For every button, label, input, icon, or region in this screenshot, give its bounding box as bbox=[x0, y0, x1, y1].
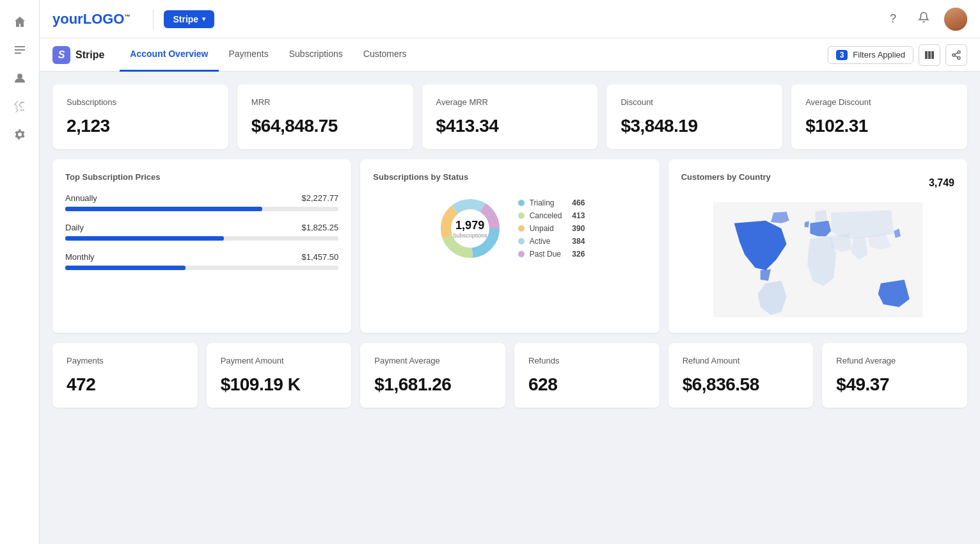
share-icon-button[interactable] bbox=[945, 44, 967, 66]
legend-past-due-label: Past Due bbox=[530, 250, 561, 259]
donut-legend: Trialing 466 Canceled 413 Unpaid 390 bbox=[518, 198, 585, 259]
metric-payments-value: 472 bbox=[67, 374, 184, 395]
donut-center: 1,979 Subscriptions bbox=[453, 219, 487, 239]
dashboard: Subscriptions 2,123 MRR $64,848.75 Avera… bbox=[40, 72, 980, 544]
bar-daily-value: $1,825.25 bbox=[301, 223, 338, 232]
europe bbox=[810, 221, 831, 237]
svg-rect-0 bbox=[15, 46, 25, 47]
legend-active-dot bbox=[518, 238, 525, 244]
metric-payments: Payments 472 bbox=[52, 343, 198, 408]
top-subscription-prices-title: Top Subscription Prices bbox=[65, 172, 338, 182]
donut-center-number: 1,979 bbox=[453, 219, 487, 232]
metric-payment-average: Payment Average $1,681.26 bbox=[360, 343, 505, 408]
tab-payments[interactable]: Payments bbox=[219, 38, 279, 72]
legend-trialing-count: 466 bbox=[567, 198, 585, 207]
metric-refund-average-value: $49.37 bbox=[836, 374, 953, 395]
donut-center-label: Subscriptions bbox=[453, 232, 487, 239]
metric-subscriptions-label: Subscriptions bbox=[67, 97, 214, 107]
metric-avg-discount-value: $102.31 bbox=[805, 116, 953, 136]
navtabs-right: 3 Filters Applied bbox=[828, 44, 967, 66]
legend-trialing-dot bbox=[518, 200, 525, 206]
chevron-down-icon: ▾ bbox=[202, 15, 205, 22]
legend-unpaid: Unpaid 390 bbox=[518, 224, 585, 233]
sidebar-customers-icon[interactable] bbox=[0, 64, 39, 92]
legend-past-due-dot bbox=[518, 251, 525, 257]
svg-rect-6 bbox=[931, 51, 934, 59]
bottom-row: Payments 472 Payment Amount $109.19 K Pa… bbox=[52, 343, 967, 408]
metric-avg-mrr-value: $413.34 bbox=[436, 116, 584, 136]
sidebar bbox=[0, 0, 40, 544]
metric-payments-label: Payments bbox=[67, 356, 184, 365]
legend-canceled-dot bbox=[518, 212, 525, 219]
help-button[interactable]: ? bbox=[883, 9, 903, 29]
bar-annually-fill bbox=[65, 207, 262, 211]
metric-avg-mrr-label: Average MRR bbox=[436, 97, 584, 107]
bar-daily-label: Daily bbox=[65, 223, 84, 232]
metric-refund-average-label: Refund Average bbox=[836, 356, 953, 365]
bar-daily-track bbox=[65, 236, 338, 241]
legend-past-due-count: 326 bbox=[567, 250, 585, 259]
svg-point-9 bbox=[958, 56, 960, 59]
metric-refund-amount-value: $6,836.58 bbox=[683, 374, 800, 395]
bar-monthly-label: Monthly bbox=[65, 252, 95, 262]
bar-monthly-value: $1,457.50 bbox=[301, 252, 338, 262]
metric-refund-amount: Refund Amount $6,836.58 bbox=[668, 343, 814, 408]
svg-rect-5 bbox=[928, 51, 931, 59]
help-icon: ? bbox=[890, 12, 896, 26]
legend-trialing-label: Trialing bbox=[530, 198, 555, 207]
columns-icon-button[interactable] bbox=[919, 44, 940, 66]
stripe-button-label: Stripe bbox=[173, 14, 198, 24]
greenland bbox=[771, 212, 789, 223]
metric-avg-mrr: Average MRR $413.34 bbox=[422, 84, 598, 149]
legend-unpaid-label: Unpaid bbox=[530, 224, 554, 233]
metric-discount-value: $3,848.19 bbox=[620, 116, 768, 136]
customers-by-country-count: 3,749 bbox=[929, 177, 954, 189]
filters-button[interactable]: 3 Filters Applied bbox=[828, 46, 913, 64]
svg-rect-1 bbox=[15, 49, 25, 51]
logo-text: yourLOGO™ bbox=[52, 11, 130, 28]
metric-discount: Discount $3,848.19 bbox=[606, 84, 782, 149]
metric-payment-average-label: Payment Average bbox=[374, 356, 491, 365]
legend-canceled-label: Canceled bbox=[530, 211, 562, 220]
logo-text-bold: LOGO bbox=[83, 11, 125, 27]
metric-subscriptions-value: 2,123 bbox=[67, 116, 214, 136]
bar-monthly: Monthly $1,457.50 bbox=[65, 252, 338, 270]
stripe-dropdown-button[interactable]: Stripe ▾ bbox=[164, 10, 214, 28]
bar-daily: Daily $1,825.25 bbox=[65, 223, 338, 241]
subscriptions-by-status-card: Subscriptions by Status bbox=[360, 159, 659, 333]
legend-active-label: Active bbox=[530, 237, 551, 246]
notifications-button[interactable] bbox=[913, 9, 934, 29]
svg-point-7 bbox=[958, 51, 960, 53]
top-subscription-prices-card: Top Subscription Prices Annually $2,227.… bbox=[52, 159, 351, 333]
sidebar-integrations-icon[interactable] bbox=[0, 92, 39, 120]
stripe-s-logo: S bbox=[52, 46, 70, 64]
svg-rect-2 bbox=[15, 52, 21, 54]
legend-unpaid-dot bbox=[518, 225, 525, 232]
metric-payment-amount: Payment Amount $109.19 K bbox=[207, 343, 352, 408]
metric-mrr: MRR $64,848.75 bbox=[237, 84, 413, 149]
tab-account-overview[interactable]: Account Overview bbox=[120, 38, 218, 72]
legend-active-count: 384 bbox=[567, 237, 585, 246]
subscriptions-by-status-title: Subscriptions by Status bbox=[373, 172, 646, 182]
bar-annually: Annually $2,227.77 bbox=[65, 193, 338, 211]
app-logo: yourLOGO™ bbox=[52, 11, 130, 28]
svg-point-8 bbox=[952, 54, 955, 56]
tab-customers[interactable]: Customers bbox=[353, 38, 417, 72]
avatar-image bbox=[944, 8, 967, 31]
scandinavia bbox=[815, 210, 827, 222]
svg-line-11 bbox=[955, 52, 958, 54]
legend-active: Active 384 bbox=[518, 237, 585, 246]
world-map-svg bbox=[681, 202, 954, 317]
svg-rect-4 bbox=[925, 51, 928, 59]
metric-discount-label: Discount bbox=[620, 97, 768, 107]
sidebar-home-icon[interactable] bbox=[0, 8, 39, 36]
sidebar-reports-icon[interactable] bbox=[0, 36, 39, 64]
topbar-divider bbox=[153, 10, 154, 29]
nav-tabs: S Stripe Account Overview Payments Subsc… bbox=[40, 38, 980, 72]
legend-trialing: Trialing 466 bbox=[518, 198, 585, 207]
tab-subscriptions[interactable]: Subscriptions bbox=[279, 38, 353, 72]
sidebar-settings-icon[interactable] bbox=[0, 120, 39, 148]
legend-canceled: Canceled 413 bbox=[518, 211, 585, 220]
customers-by-country-card: Customers by Country 3,749 bbox=[668, 159, 967, 333]
avatar[interactable] bbox=[944, 8, 967, 31]
